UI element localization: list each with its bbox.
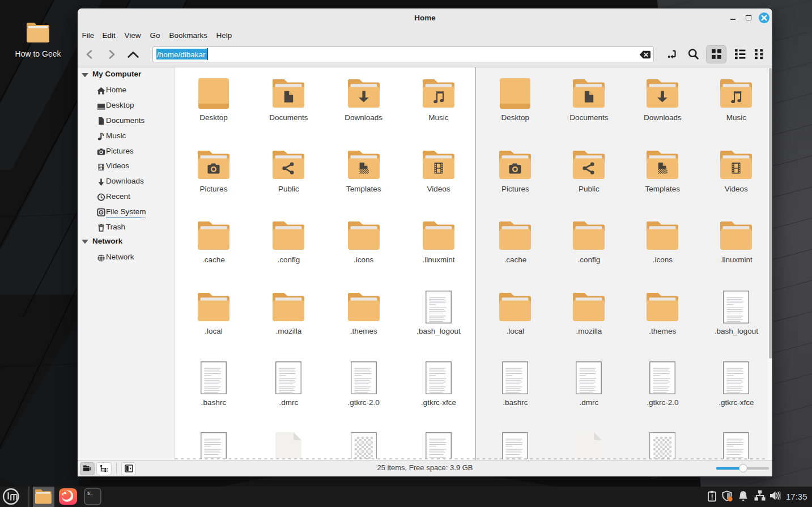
svg-text:$_: $_ — [87, 491, 93, 496]
